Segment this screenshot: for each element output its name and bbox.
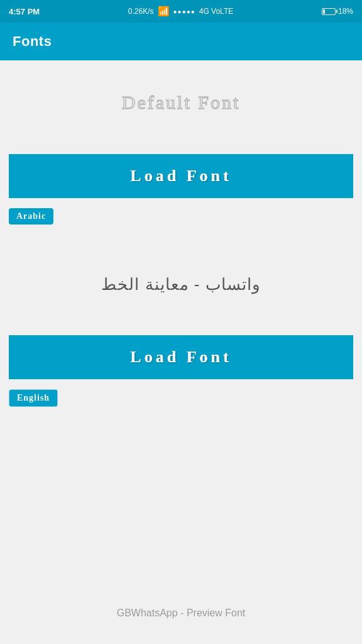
load-font-button-arabic[interactable]: Load Font — [9, 335, 353, 379]
footer-text: GBWhatsApp - Preview Font — [117, 608, 246, 618]
status-right: 18% — [322, 7, 353, 16]
status-center: 0.26K/s 📶 ●●●●● 4G VoLTE — [128, 6, 233, 17]
load-font-label-default: Load Font — [130, 167, 231, 185]
network-type: 4G VoLTE — [199, 7, 233, 16]
wifi-icon: 📶 — [158, 6, 170, 17]
arabic-font-section: واتساب - معاينة الخط Load Font English — [0, 243, 362, 426]
app-bar-title: Fonts — [13, 33, 52, 50]
status-bar: 4:57 PM 0.26K/s 📶 ●●●●● 4G VoLTE 18% — [0, 0, 362, 23]
battery-percent: 18% — [338, 7, 353, 16]
default-font-section: Default Font Load Font Arabic — [0, 60, 362, 243]
battery-icon — [322, 8, 336, 15]
arabic-tag-badge: Arabic — [9, 208, 53, 225]
signal-dots: ●●●●● — [173, 8, 195, 15]
arabic-font-preview: واتساب - معاينة الخط — [101, 275, 260, 294]
spacer — [0, 426, 362, 539]
default-font-preview: Default Font — [122, 92, 240, 113]
data-speed: 0.26K/s — [128, 7, 154, 16]
status-time: 4:57 PM — [9, 7, 40, 16]
page-wrapper: 4:57 PM 0.26K/s 📶 ●●●●● 4G VoLTE 18% Fon… — [0, 0, 362, 644]
battery-fill — [323, 9, 325, 14]
english-tag-badge: English — [9, 389, 58, 407]
app-bar: Fonts — [0, 23, 362, 60]
footer: GBWhatsApp - Preview Font — [0, 595, 362, 631]
load-font-button-default[interactable]: Load Font — [9, 154, 353, 198]
load-font-label-arabic: Load Font — [130, 348, 231, 366]
